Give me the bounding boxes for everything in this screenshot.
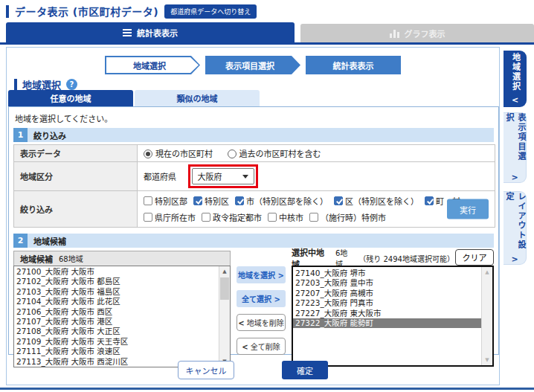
tab-bar-strip bbox=[0, 42, 534, 45]
list-item[interactable]: 27140_大阪府 堺市 bbox=[293, 269, 481, 278]
checkbox-label: 県庁所在市 bbox=[155, 211, 196, 223]
candidates-section-title: 地域候補 bbox=[28, 234, 66, 248]
side-tab-item-select[interactable]: 表示項目選択 > bbox=[504, 112, 527, 183]
page-title: データ表示 (市区町村データ) bbox=[15, 4, 158, 19]
scrollbar[interactable]: ▲ ▼ bbox=[481, 267, 492, 365]
confirm-button[interactable]: 確定 bbox=[282, 361, 328, 379]
list-item[interactable]: 27100_大阪府 大阪市 bbox=[14, 267, 219, 277]
filter-section-header: 1 絞り込み bbox=[13, 128, 494, 142]
list-icon bbox=[123, 29, 132, 36]
tab-any-region[interactable]: 任意の地域 bbox=[8, 90, 133, 106]
list-item[interactable]: 27106_大阪府 大阪市 西区 bbox=[14, 307, 219, 317]
list-item[interactable]: 27111_大阪府 大阪市 浪速区 bbox=[14, 347, 219, 356]
remove-all-button[interactable]: < 全て削除 bbox=[237, 338, 286, 355]
filter-checkbox[interactable]: 政令指定都市 bbox=[202, 211, 262, 223]
chevron-right-icon: > bbox=[511, 173, 518, 182]
cancel-button[interactable]: キャンセル bbox=[178, 361, 234, 379]
checkbox-icon bbox=[235, 196, 244, 205]
select-region-button[interactable]: 地域を選択 > bbox=[237, 266, 286, 283]
radio-icon bbox=[144, 150, 152, 158]
tab-statistics-table[interactable]: 統計表表示 bbox=[6, 22, 295, 42]
prefecture-label: 都道府県 bbox=[144, 173, 176, 182]
list-item[interactable]: 27223_大阪府 門真市 bbox=[293, 298, 481, 308]
checkbox-icon bbox=[334, 196, 343, 205]
filter-section-title: 絞り込み bbox=[28, 128, 66, 142]
tab-graph-label: グラフ表示 bbox=[405, 28, 445, 39]
candidate-listbox: 27100_大阪府 大阪市 27102_大阪府 大阪市 都島区 27103_大阪… bbox=[13, 266, 231, 367]
main-panel: 地域選択 表示項目選択 統計表表示 地域選択 ? 任意の地域 類似の地域 地域を… bbox=[6, 47, 500, 385]
execute-button[interactable]: 実行 bbox=[447, 199, 489, 219]
side-tab-region-select[interactable]: 地域選択 < bbox=[504, 51, 527, 107]
display-data-label: 表示データ bbox=[14, 145, 138, 162]
table-row: 絞り込み 特別区部 特別区 bbox=[14, 191, 495, 228]
scroll-up-icon[interactable]: ▲ bbox=[482, 267, 492, 277]
checkbox-icon bbox=[202, 213, 210, 222]
list-item[interactable]: 27108_大阪府 大阪市 大正区 bbox=[14, 327, 219, 336]
filter-checkbox[interactable]: 区（特別区を除く） bbox=[334, 195, 419, 207]
list-item[interactable]: 27107_大阪府 大阪市 港区 bbox=[14, 317, 219, 327]
checkbox-label: 中核市 bbox=[279, 211, 303, 223]
select-all-button[interactable]: 全て選択 > bbox=[237, 290, 286, 307]
candidate-list-panel: 地域候補 68地域 27100_大阪府 大阪市 27102_大阪府 大阪市 都島… bbox=[13, 251, 231, 367]
chevron-right-icon: > bbox=[511, 254, 518, 264]
candidate-list-header: 地域候補 68地域 bbox=[13, 251, 231, 266]
scroll-up-icon[interactable]: ▲ bbox=[219, 266, 230, 277]
checkbox-icon bbox=[144, 213, 152, 222]
instruction-text: 地域を選択してください。 bbox=[9, 107, 498, 128]
list-item[interactable]: 27227_大阪府 東大阪市 bbox=[293, 309, 481, 318]
scrollbar[interactable]: ▲ ▼ bbox=[219, 266, 230, 367]
list-item[interactable]: 27103_大阪府 大阪市 福島区 bbox=[14, 287, 219, 297]
help-icon[interactable]: ? bbox=[66, 79, 77, 90]
checkbox-icon bbox=[425, 196, 434, 205]
candidates-section-header: 2 地域候補 bbox=[13, 234, 494, 248]
table-row: 地域区分 都道府県 大阪府 bbox=[14, 162, 495, 191]
scrollbar-thumb[interactable] bbox=[220, 277, 229, 300]
radio-include-past-municipalities[interactable]: 過去の市区町村を含む bbox=[228, 150, 321, 159]
chevron-right-icon: > bbox=[274, 295, 280, 303]
heading-accent-bar bbox=[14, 79, 17, 90]
selected-items: 27140_大阪府 堺市 27203_大阪府 豊中市 27207_大阪府 高槻市… bbox=[293, 269, 481, 365]
checkbox-label: （施行時）特例市 bbox=[321, 211, 386, 223]
checkbox-label: 政令指定都市 bbox=[213, 211, 262, 223]
bottom-divider bbox=[0, 388, 534, 390]
switch-dataset-button[interactable]: 都道府県データへ切り替え bbox=[164, 4, 257, 19]
candidate-items: 27100_大阪府 大阪市 27102_大阪府 大阪市 都島区 27103_大阪… bbox=[14, 267, 219, 367]
filter-checkbox[interactable]: 市（特別区部を除く） bbox=[235, 195, 328, 207]
chevron-left-icon: < bbox=[512, 95, 518, 105]
step-region-select: 地域選択 bbox=[105, 56, 200, 74]
filter-checkbox[interactable]: 特別区部 bbox=[144, 195, 187, 207]
prefecture-select[interactable]: 大阪府 bbox=[192, 168, 254, 184]
list-item[interactable]: 27203_大阪府 豊中市 bbox=[293, 278, 481, 288]
checkbox-label: 特別区 bbox=[205, 195, 229, 207]
checkbox-label: 市（特別区部を除く） bbox=[246, 195, 328, 207]
footer-buttons: キャンセル 確定 bbox=[7, 361, 499, 379]
list-item[interactable]: 27109_大阪府 大阪市 天王寺区 bbox=[14, 337, 219, 347]
selected-listbox: 27140_大阪府 堺市 27203_大阪府 豊中市 27207_大阪府 高槻市… bbox=[292, 266, 494, 367]
highlight-annotation: 大阪府 bbox=[188, 164, 258, 188]
radio-label: 過去の市区町村を含む bbox=[239, 150, 321, 159]
filter-checkbox[interactable]: （施行時）特例市 bbox=[309, 211, 386, 223]
radio-current-municipalities[interactable]: 現在の市区町村 bbox=[144, 150, 216, 159]
filter-checkbox[interactable]: 中核市 bbox=[268, 211, 303, 223]
checkbox-icon bbox=[144, 196, 152, 205]
radio-label: 現在の市区町村 bbox=[155, 150, 213, 159]
clear-button[interactable]: クリア bbox=[455, 249, 494, 266]
transfer-buttons: 地域を選択 > 全て選択 > < 地域を削除 < 全て削除 bbox=[237, 266, 286, 367]
checkbox-icon bbox=[268, 213, 277, 222]
filter-checkbox[interactable]: 特別区 bbox=[193, 195, 229, 207]
checkbox-icon bbox=[309, 213, 318, 222]
title-accent-bar bbox=[6, 5, 9, 18]
section-number-badge: 2 bbox=[13, 234, 28, 248]
side-tab-layout-settings[interactable]: レイアウト設定 > bbox=[504, 191, 527, 265]
chevron-down-icon bbox=[242, 175, 248, 179]
list-item[interactable]: 27207_大阪府 高槻市 bbox=[293, 289, 481, 298]
remove-region-button[interactable]: < 地域を削除 bbox=[237, 314, 286, 331]
list-item[interactable]: 27322_大阪府 能勢町 bbox=[293, 318, 481, 328]
tab-graph-view[interactable]: グラフ表示 bbox=[300, 24, 534, 42]
page-header: データ表示 (市区町村データ) 都道府県データへ切り替え bbox=[6, 4, 257, 19]
candidate-list-title: 地域候補 bbox=[20, 253, 53, 265]
list-item[interactable]: 27102_大阪府 大阪市 都島区 bbox=[14, 277, 219, 286]
list-item[interactable]: 27104_大阪府 大阪市 此花区 bbox=[14, 297, 219, 306]
tab-similar-region[interactable]: 類似の地域 bbox=[135, 90, 260, 106]
filter-checkbox[interactable]: 県庁所在市 bbox=[144, 211, 196, 223]
